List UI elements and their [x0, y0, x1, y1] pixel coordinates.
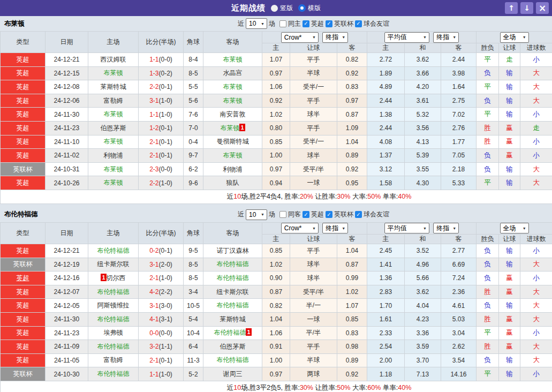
- match-type-cell[interactable]: 英联杯: [1, 162, 46, 176]
- team-name[interactable]: 布伦特福德: [97, 343, 130, 350]
- average-select[interactable]: 平均值 ▼: [384, 223, 429, 233]
- team-name[interactable]: 布伦特福德: [217, 274, 249, 282]
- team-name[interactable]: 布莱顿: [223, 83, 243, 91]
- league-checkbox-efl-cup[interactable]: ✓: [326, 20, 332, 27]
- team-name[interactable]: 布伦特福德: [214, 329, 246, 336]
- team-name[interactable]: 曼彻斯特城: [217, 138, 249, 145]
- team-name[interactable]: 布莱顿: [104, 110, 123, 118]
- match-type-cell[interactable]: 英超: [1, 108, 46, 122]
- match-count-select[interactable]: 10 ▼: [246, 209, 267, 220]
- team-name[interactable]: 布莱顿: [104, 179, 123, 186]
- match-type-cell[interactable]: 英超: [1, 299, 46, 313]
- team-name[interactable]: 埃弗顿: [104, 329, 123, 336]
- team-name[interactable]: 布莱顿: [104, 138, 123, 145]
- match-type-cell[interactable]: 英超: [1, 340, 46, 354]
- team-name[interactable]: 布莱顿: [220, 124, 239, 132]
- team-name[interactable]: 富勒姆: [104, 356, 123, 364]
- team-name[interactable]: 伯恩茅斯: [101, 124, 126, 132]
- team-name[interactable]: 布莱顿: [223, 56, 243, 63]
- match-date-cell: 24-10-30: [46, 367, 88, 381]
- match-type-cell[interactable]: 英超: [1, 312, 46, 326]
- match-type-cell[interactable]: 英超: [1, 80, 46, 94]
- match-type-cell[interactable]: 英超: [1, 53, 46, 67]
- period-select[interactable]: 全场 ▼: [500, 32, 529, 43]
- team-name[interactable]: 纽卡斯尔联: [217, 288, 249, 296]
- summary-part: 大率:: [350, 384, 367, 391]
- match-type-cell[interactable]: 英超: [1, 244, 46, 258]
- team-name[interactable]: 布伦特福德: [217, 260, 249, 268]
- odds-stage-select[interactable]: 终指 ▼: [322, 32, 348, 43]
- match-type-cell[interactable]: 英超: [1, 94, 46, 108]
- match-count-select[interactable]: 10 ▼: [246, 18, 267, 29]
- team-name[interactable]: 利物浦: [104, 152, 123, 159]
- match-type-cell[interactable]: 英联杯: [1, 367, 46, 381]
- check-icon: ✓: [356, 21, 360, 26]
- team-name[interactable]: 富勒姆: [104, 97, 123, 104]
- match-type-cell[interactable]: 英超: [1, 149, 46, 163]
- team-name[interactable]: 莱斯特城: [220, 315, 246, 323]
- team-name[interactable]: 纽卡斯尔联: [97, 260, 130, 268]
- avg-home-cell: 2.54: [367, 340, 405, 354]
- team-name[interactable]: 布莱顿: [223, 152, 243, 159]
- team-name[interactable]: 利物浦: [223, 165, 243, 173]
- match-type-cell[interactable]: 英超: [1, 121, 46, 135]
- match-type-cell[interactable]: 英超: [1, 176, 46, 190]
- team-name[interactable]: 阿斯顿维拉: [97, 301, 130, 309]
- bookmaker-select[interactable]: Crow* ▼: [281, 223, 319, 233]
- team-name[interactable]: 布莱顿: [104, 165, 123, 173]
- radio-checked-icon[interactable]: [298, 4, 306, 12]
- radio-unchecked-icon[interactable]: [271, 5, 278, 12]
- team-name[interactable]: 谢周三: [223, 370, 243, 378]
- average-stage-select[interactable]: 终指 ▼: [433, 32, 459, 43]
- match-type-cell[interactable]: 英超: [1, 135, 46, 149]
- match-date-cell: 24-12-15: [46, 66, 88, 80]
- team-name[interactable]: 布伦特福德: [97, 288, 130, 296]
- match-type-cell[interactable]: 英超: [1, 353, 46, 367]
- league-checkbox-premier[interactable]: ✓: [303, 20, 309, 27]
- league-checkbox-friendly[interactable]: ✓: [355, 211, 362, 218]
- avg-away-cell: 2.76: [441, 121, 477, 135]
- league-checkbox-friendly[interactable]: ✓: [355, 20, 362, 27]
- odds-stage-select[interactable]: 终指 ▼: [322, 223, 348, 233]
- average-stage-select[interactable]: 终指 ▼: [433, 223, 459, 233]
- summary-text: 近10场,胜3平2负5, 胜率:30% 让胜率:50% 大率:60% 单率:40…: [227, 384, 412, 391]
- team-name[interactable]: 诺丁汉森林: [217, 247, 249, 254]
- team-name[interactable]: 布莱顿: [223, 97, 243, 104]
- radio-horizontal-layout[interactable]: 横版: [298, 4, 321, 13]
- team-name[interactable]: 布伦特福德: [217, 356, 249, 364]
- team-name[interactable]: 水晶宫: [223, 69, 243, 77]
- league-checkbox-efl-cup[interactable]: ✓: [326, 211, 332, 218]
- average-select[interactable]: 平均值 ▼: [384, 32, 429, 43]
- away-odds-cell: 0.83: [337, 326, 367, 340]
- move-up-button[interactable]: ↑: [505, 2, 518, 14]
- home-odds-cell: 0.94: [262, 176, 290, 190]
- away-team-cell: 纽卡斯尔联: [203, 285, 262, 299]
- move-down-button[interactable]: ↓: [520, 2, 533, 14]
- team-name[interactable]: 南安普敦: [220, 110, 246, 118]
- league-checkbox-premier[interactable]: ✓: [303, 211, 309, 218]
- period-select[interactable]: 全场 ▼: [500, 223, 529, 233]
- match-type-cell[interactable]: 英联杯: [1, 258, 46, 272]
- match-type-cell[interactable]: 英超: [1, 326, 46, 340]
- team-name[interactable]: 切尔西: [107, 274, 126, 282]
- team-name[interactable]: 布伦特福德: [97, 315, 130, 323]
- match-type-cell[interactable]: 英超: [1, 66, 46, 80]
- team-name[interactable]: 布伦特福德: [97, 370, 130, 378]
- team-name[interactable]: 布伦特福德: [97, 247, 130, 254]
- team-name[interactable]: 伯恩茅斯: [220, 343, 246, 350]
- team-name[interactable]: 狼队: [226, 179, 239, 186]
- match-type-cell[interactable]: 英超: [1, 285, 46, 299]
- fulltime-score: 2-1: [149, 152, 158, 159]
- team-name[interactable]: 布莱顿: [104, 69, 123, 77]
- radio-vertical-layout[interactable]: 竖版: [271, 4, 293, 13]
- close-button[interactable]: ×: [536, 2, 549, 14]
- match-type-cell[interactable]: 英超: [1, 272, 46, 285]
- match-date-cell: 24-11-02: [46, 149, 88, 163]
- bookmaker-select[interactable]: Crow* ▼: [281, 32, 319, 43]
- team-name[interactable]: 莱斯特城: [101, 83, 126, 91]
- avg-draw-cell: 3.55: [405, 162, 441, 176]
- team-name[interactable]: 西汉姆联: [101, 56, 126, 63]
- same-venue-checkbox[interactable]: [279, 211, 286, 218]
- team-name[interactable]: 布伦特福德: [217, 301, 249, 309]
- same-venue-checkbox[interactable]: [279, 20, 286, 27]
